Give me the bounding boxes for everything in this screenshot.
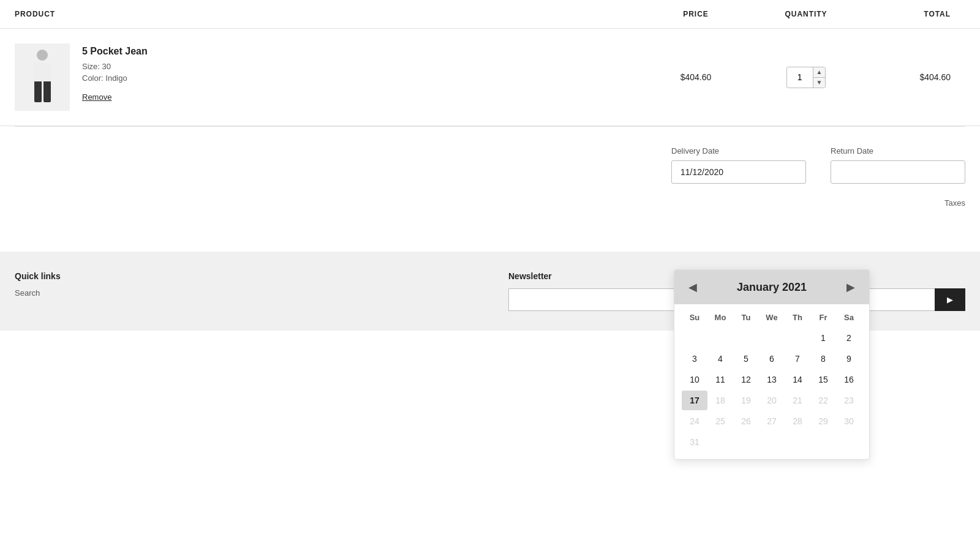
figure-leg-right [43,81,51,102]
quantity-up-button[interactable]: ▲ [813,67,826,77]
calendar-day-name: Th [785,309,810,326]
calendar-next-button[interactable]: ▶ [842,279,859,296]
calendar-date[interactable]: 2 [836,328,862,331]
figure-head [37,50,48,61]
calendar-date [682,328,707,331]
calendar-day-name: Mo [707,309,733,326]
product-image [15,43,70,111]
quantity-down-button[interactable]: ▼ [813,77,826,88]
calendar-day-name: Tu [733,309,759,326]
calendar-grid: SuMoTuWeThFrSa 1234567891011121314151617… [674,304,869,331]
return-date-input[interactable] [831,160,965,184]
quantity-input[interactable] [787,69,813,86]
product-column: 5 Pocket Jean Size: 30 Color: Indigo Rem… [15,43,647,111]
calendar-date [707,328,733,331]
calendar-day-name: Sa [836,309,862,326]
calendar-date [733,328,759,331]
calendar-dates: 1234567891011121314151617181920212223242… [682,328,862,331]
figure-leg-left [34,81,42,102]
cart-header: PRODUCT PRICE QUANTITY TOTAL [0,0,980,29]
quick-links-section: Quick links Search [15,271,472,311]
date-section: Delivery Date Return Date [0,127,980,184]
item-total: $404.60 [867,72,965,82]
search-link[interactable]: Search [15,288,472,298]
calendar-date[interactable]: 1 [810,328,836,331]
header-quantity: QUANTITY [745,10,867,18]
quick-links-title: Quick links [15,271,472,281]
calendar-date [759,328,785,331]
taxes-row: Taxes [0,191,980,215]
calendar-header: ◀ January 2021 ▶ [674,270,869,304]
product-figure [30,50,55,105]
calendar-date [785,328,810,331]
quantity-spinner[interactable]: ▲ ▼ [786,67,826,88]
taxes-label: Taxes [944,198,965,208]
delivery-date-label: Delivery Date [671,146,806,156]
product-info: 5 Pocket Jean Size: 30 Color: Indigo Rem… [82,43,148,102]
calendar-prev-button[interactable]: ◀ [684,279,701,296]
calendar-days-header: SuMoTuWeThFrSa [682,309,862,326]
return-date-label: Return Date [831,146,965,156]
remove-button[interactable]: Remove [82,92,111,102]
calendar-day-name: We [759,309,785,326]
newsletter-subscribe-button[interactable]: ▶ [935,288,965,311]
calendar-day-name: Fr [810,309,836,326]
figure-body [34,63,51,81]
product-size: Size: 30 [82,62,148,71]
quantity-column: ▲ ▼ [745,67,867,88]
delivery-date-group: Delivery Date [671,146,806,184]
product-color: Color: Indigo [82,73,148,83]
calendar-day-name: Su [682,309,707,326]
header-product: PRODUCT [15,10,647,18]
calendar-popup: ◀ January 2021 ▶ SuMoTuWeThFrSa 12345678… [674,269,870,331]
delivery-date-input[interactable] [671,160,806,184]
return-date-group: Return Date [831,146,965,184]
header-price: PRICE [647,10,745,18]
product-name: 5 Pocket Jean [82,46,148,57]
item-price: $404.60 [647,72,745,82]
quantity-buttons: ▲ ▼ [813,67,826,88]
header-total: TOTAL [867,10,965,18]
calendar-title: January 2021 [737,281,807,294]
figure-legs [30,81,55,102]
cart-item-row: 5 Pocket Jean Size: 30 Color: Indigo Rem… [0,29,980,126]
